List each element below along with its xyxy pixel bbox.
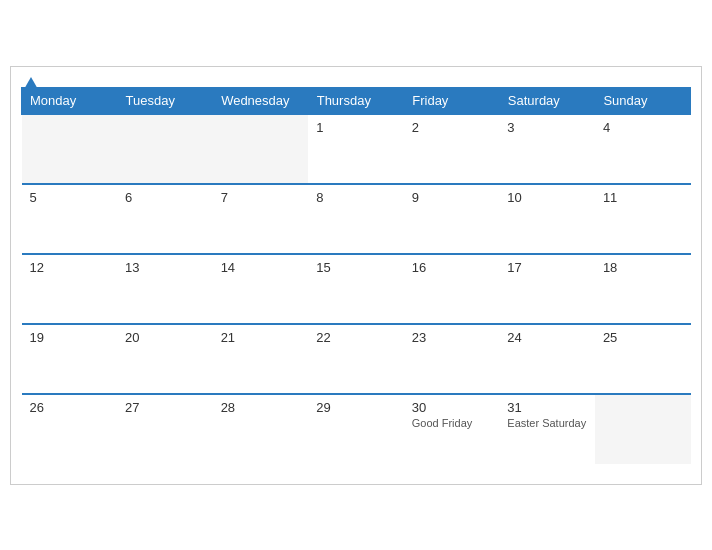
- day-number: 11: [603, 190, 683, 205]
- calendar-body: 1234567891011121314151617181920212223242…: [22, 114, 691, 464]
- day-number: 26: [30, 400, 110, 415]
- calendar-wrapper: MondayTuesdayWednesdayThursdayFridaySatu…: [10, 66, 702, 485]
- day-number: 30: [412, 400, 492, 415]
- calendar-day-cell: 6: [117, 184, 213, 254]
- holiday-label: Good Friday: [412, 417, 492, 429]
- calendar-day-cell: 7: [213, 184, 309, 254]
- day-number: 27: [125, 400, 205, 415]
- header-wednesday: Wednesday: [213, 87, 309, 114]
- day-number: 9: [412, 190, 492, 205]
- holiday-label: Easter Saturday: [507, 417, 587, 429]
- calendar-day-cell: 18: [595, 254, 691, 324]
- calendar-day-cell: 16: [404, 254, 500, 324]
- calendar-day-cell: 2: [404, 114, 500, 184]
- calendar-day-cell: [213, 114, 309, 184]
- day-number: 29: [316, 400, 396, 415]
- calendar-day-cell: 31Easter Saturday: [499, 394, 595, 464]
- day-number: 15: [316, 260, 396, 275]
- day-number: 10: [507, 190, 587, 205]
- header-friday: Friday: [404, 87, 500, 114]
- day-number: 16: [412, 260, 492, 275]
- day-number: 22: [316, 330, 396, 345]
- calendar-day-cell: 4: [595, 114, 691, 184]
- calendar-day-cell: 24: [499, 324, 595, 394]
- day-number: 3: [507, 120, 587, 135]
- calendar-day-cell: 1: [308, 114, 404, 184]
- day-number: 13: [125, 260, 205, 275]
- day-number: 18: [603, 260, 683, 275]
- day-number: 20: [125, 330, 205, 345]
- header-monday: Monday: [22, 87, 118, 114]
- logo-triangle-icon: [23, 77, 39, 91]
- calendar-day-cell: 20: [117, 324, 213, 394]
- header-sunday: Sunday: [595, 87, 691, 114]
- calendar-day-cell: 5: [22, 184, 118, 254]
- calendar-day-cell: 28: [213, 394, 309, 464]
- day-number: 2: [412, 120, 492, 135]
- calendar-day-cell: [595, 394, 691, 464]
- day-number: 7: [221, 190, 301, 205]
- day-number: 31: [507, 400, 587, 415]
- calendar-day-cell: 17: [499, 254, 595, 324]
- calendar-week-row: 2627282930Good Friday31Easter Saturday: [22, 394, 691, 464]
- day-number: 12: [30, 260, 110, 275]
- calendar-day-cell: 27: [117, 394, 213, 464]
- day-number: 8: [316, 190, 396, 205]
- day-number: 24: [507, 330, 587, 345]
- calendar-day-cell: 30Good Friday: [404, 394, 500, 464]
- calendar-day-cell: [22, 114, 118, 184]
- calendar-day-cell: 10: [499, 184, 595, 254]
- calendar-day-cell: [117, 114, 213, 184]
- calendar-day-cell: 13: [117, 254, 213, 324]
- calendar-week-row: 12131415161718: [22, 254, 691, 324]
- day-number: 17: [507, 260, 587, 275]
- calendar-day-cell: 25: [595, 324, 691, 394]
- day-number: 28: [221, 400, 301, 415]
- calendar-day-cell: 12: [22, 254, 118, 324]
- header-saturday: Saturday: [499, 87, 595, 114]
- logo: [21, 77, 39, 91]
- calendar-day-cell: 29: [308, 394, 404, 464]
- calendar-day-cell: 19: [22, 324, 118, 394]
- calendar-day-cell: 8: [308, 184, 404, 254]
- calendar-day-cell: 3: [499, 114, 595, 184]
- calendar-table: MondayTuesdayWednesdayThursdayFridaySatu…: [21, 87, 691, 464]
- calendar-week-row: 567891011: [22, 184, 691, 254]
- calendar-day-cell: 22: [308, 324, 404, 394]
- calendar-day-cell: 11: [595, 184, 691, 254]
- calendar-day-cell: 21: [213, 324, 309, 394]
- header-thursday: Thursday: [308, 87, 404, 114]
- day-number: 6: [125, 190, 205, 205]
- day-number: 23: [412, 330, 492, 345]
- day-number: 14: [221, 260, 301, 275]
- day-number: 5: [30, 190, 110, 205]
- calendar-day-cell: 14: [213, 254, 309, 324]
- weekday-header-row: MondayTuesdayWednesdayThursdayFridaySatu…: [22, 87, 691, 114]
- day-number: 4: [603, 120, 683, 135]
- day-number: 21: [221, 330, 301, 345]
- calendar-day-cell: 15: [308, 254, 404, 324]
- calendar-week-row: 1234: [22, 114, 691, 184]
- day-number: 25: [603, 330, 683, 345]
- day-number: 1: [316, 120, 396, 135]
- header-tuesday: Tuesday: [117, 87, 213, 114]
- calendar-header-row: MondayTuesdayWednesdayThursdayFridaySatu…: [22, 87, 691, 114]
- calendar-week-row: 19202122232425: [22, 324, 691, 394]
- calendar-day-cell: 26: [22, 394, 118, 464]
- calendar-day-cell: 23: [404, 324, 500, 394]
- day-number: 19: [30, 330, 110, 345]
- calendar-day-cell: 9: [404, 184, 500, 254]
